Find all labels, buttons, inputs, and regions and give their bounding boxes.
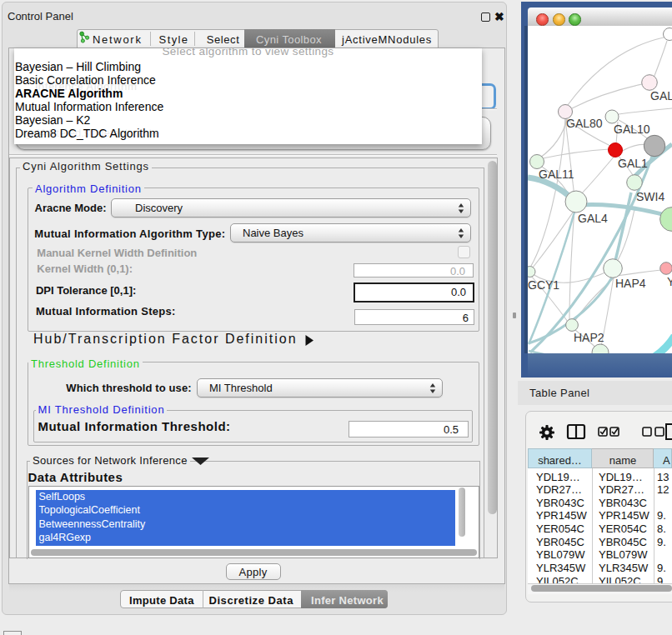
svg-text:GAL1: GAL1 bbox=[618, 157, 648, 170]
svg-text:GAL11: GAL11 bbox=[539, 168, 574, 181]
svg-text:SWI4: SWI4 bbox=[636, 190, 664, 203]
svg-text:YMR0: YMR0 bbox=[667, 275, 672, 288]
svg-text:HAP4: HAP4 bbox=[615, 277, 646, 290]
svg-text:GAL2: GAL2 bbox=[650, 89, 672, 102]
svg-text:GAL80: GAL80 bbox=[566, 117, 603, 130]
svg-text:GCY1: GCY1 bbox=[528, 278, 559, 292]
svg-text:HAP2: HAP2 bbox=[574, 331, 604, 344]
svg-text:GAL10: GAL10 bbox=[614, 122, 650, 136]
svg-text:GAL4: GAL4 bbox=[578, 212, 608, 225]
